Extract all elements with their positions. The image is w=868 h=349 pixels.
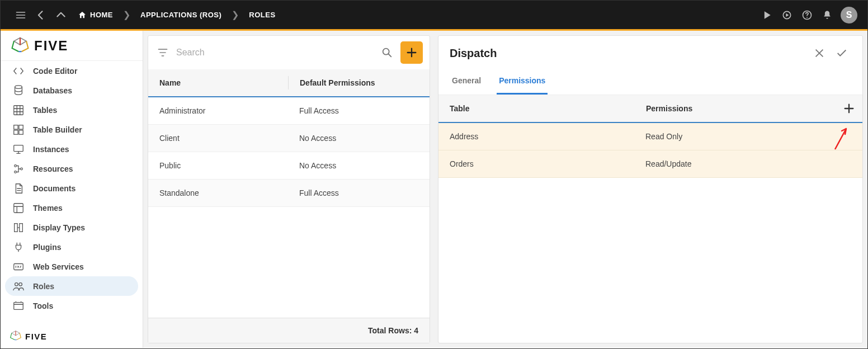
cell-permission: Full Access [288, 97, 430, 124]
table-row[interactable]: OrdersRead/Update [438, 150, 862, 178]
table-row[interactable]: AddressRead Only [438, 123, 862, 150]
breadcrumb-applications[interactable]: APPLICATIONS (ROS) [136, 11, 226, 19]
table-row[interactable]: AdministratorFull Access [148, 97, 430, 125]
svg-rect-8 [19, 130, 23, 134]
column-default-permissions[interactable]: Default Permissions [289, 69, 430, 96]
svg-rect-7 [14, 130, 18, 134]
sidebar: FIVE Code EditorDatabasesTablesTable Bui… [1, 31, 143, 348]
sidebar-item-label: Web Services [33, 262, 84, 271]
monitor-icon [12, 143, 25, 156]
svg-rect-9 [14, 145, 23, 151]
svg-rect-14 [15, 223, 18, 232]
sidebar-item-documents[interactable]: Documents [5, 178, 138, 198]
sidebar-item-table-builder[interactable]: Table Builder [5, 120, 138, 139]
grid-icon [12, 103, 25, 117]
sidebar-item-code-editor[interactable]: Code Editor [5, 61, 138, 81]
filter-icon[interactable] [155, 45, 171, 60]
sidebar-item-label: Tables [33, 106, 57, 115]
svg-point-2 [806, 17, 808, 18]
roles-footer: Total Rows: 4 [148, 318, 430, 343]
svg-rect-15 [20, 223, 23, 232]
close-button[interactable] [810, 44, 829, 63]
search-input[interactable] [176, 48, 374, 58]
sidebar-item-themes[interactable]: Themes [5, 198, 138, 218]
svg-rect-13 [14, 203, 23, 213]
footer-logo: FIVE [1, 324, 143, 348]
api-icon [12, 260, 25, 273]
sidebar-item-label: Databases [33, 86, 72, 95]
save-button[interactable] [832, 44, 851, 63]
document-icon [12, 182, 25, 195]
add-permission-button[interactable] [836, 102, 862, 115]
five-logo-icon [11, 36, 30, 55]
display-icon [12, 221, 25, 234]
svg-rect-4 [14, 105, 23, 115]
cell-table: Address [438, 123, 634, 150]
column-permissions[interactable]: Permissions [635, 95, 835, 122]
sidebar-item-databases[interactable]: Databases [5, 81, 138, 100]
table-row[interactable]: StandaloneFull Access [148, 180, 430, 207]
table-row[interactable]: PublicNo Access [148, 152, 430, 180]
breadcrumb-roles[interactable]: ROLES [244, 11, 280, 19]
svg-point-12 [21, 168, 23, 170]
detail-title: Dispatch [450, 47, 806, 60]
cell-table: Orders [438, 150, 634, 177]
detail-tabs: GeneralPermissions [438, 70, 862, 95]
sidebar-item-label: Code Editor [33, 67, 77, 76]
up-icon[interactable] [51, 5, 71, 25]
sidebar-item-tools[interactable]: Tools [5, 296, 138, 315]
sidebar-item-resources[interactable]: Resources [5, 159, 138, 178]
tree-icon [12, 162, 25, 176]
avatar[interactable]: S [841, 7, 857, 23]
help-icon[interactable] [797, 5, 817, 25]
plug-icon [12, 240, 25, 254]
back-icon[interactable] [31, 5, 51, 25]
sidebar-item-label: Documents [33, 184, 76, 193]
cell-name: Standalone [148, 180, 288, 206]
search-icon[interactable] [379, 45, 395, 60]
svg-point-17 [15, 282, 18, 286]
database-icon [12, 84, 25, 97]
deploy-icon[interactable] [777, 5, 797, 25]
builder-icon [12, 123, 25, 136]
sidebar-item-display-types[interactable]: Display Types [5, 218, 138, 237]
brand-name-footer: FIVE [25, 332, 47, 341]
cell-permission: No Access [288, 125, 430, 152]
theme-icon [12, 201, 25, 215]
column-name[interactable]: Name [148, 69, 288, 96]
detail-panel: Dispatch GeneralPermissions Table Permis… [438, 35, 863, 343]
sidebar-item-label: Resources [33, 164, 73, 173]
column-table[interactable]: Table [438, 95, 634, 122]
sidebar-item-tables[interactable]: Tables [5, 100, 138, 120]
search-bar [148, 36, 430, 69]
table-row[interactable]: ClientNo Access [148, 125, 430, 152]
sidebar-item-label: Plugins [33, 243, 62, 252]
sidebar-item-label: Instances [33, 145, 69, 154]
svg-point-11 [15, 171, 17, 173]
permissions-table-header: Table Permissions [438, 95, 862, 123]
svg-point-18 [19, 282, 22, 286]
breadcrumb-home[interactable]: HOME [73, 11, 117, 20]
tab-permissions[interactable]: Permissions [497, 70, 548, 95]
play-icon[interactable] [757, 5, 777, 25]
add-role-button[interactable] [400, 41, 423, 64]
cell-permission: Read/Update [634, 150, 862, 177]
tools-icon [12, 299, 25, 313]
sidebar-item-label: Roles [33, 282, 54, 291]
menu-icon[interactable] [11, 5, 31, 25]
sidebar-item-label: Table Builder [33, 125, 82, 134]
tab-general[interactable]: General [450, 70, 483, 95]
sidebar-item-plugins[interactable]: Plugins [5, 237, 138, 257]
cell-name: Client [148, 125, 288, 152]
sidebar-item-web-services[interactable]: Web Services [5, 257, 138, 276]
sidebar-item-instances[interactable]: Instances [5, 139, 138, 159]
breadcrumb-home-label: HOME [90, 11, 113, 19]
sidebar-item-roles[interactable]: Roles [5, 276, 138, 296]
bell-icon[interactable] [817, 5, 837, 25]
five-logo-icon [10, 330, 22, 342]
sidebar-item-label: Themes [33, 204, 63, 213]
brand-logo: FIVE [1, 31, 143, 61]
svg-rect-19 [14, 302, 23, 309]
svg-point-3 [15, 85, 22, 88]
roles-panel: Name Default Permissions AdministratorFu… [148, 35, 430, 343]
